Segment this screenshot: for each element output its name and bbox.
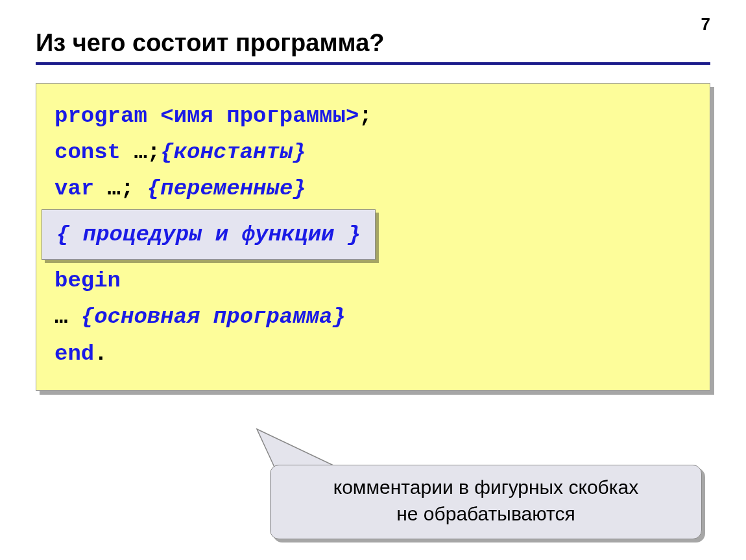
keyword-end: end (54, 342, 94, 366)
comment-main-program: {основная программа} (81, 305, 346, 329)
code-line-3: var …; {переменные} (54, 170, 692, 207)
code-line-5: begin (54, 262, 692, 299)
slide: 7 Из чего состоит программа? program <им… (0, 0, 746, 560)
keyword-var: var (54, 176, 94, 201)
title-underline (36, 62, 710, 65)
comment-procedures-functions: { процедуры и функции } (56, 222, 361, 247)
keyword-program: program (54, 104, 147, 128)
page-number: 7 (701, 14, 710, 34)
code-line-1: program <имя программы>; (54, 98, 692, 134)
text: …; (121, 140, 160, 165)
keyword-begin: begin (54, 268, 121, 293)
code-line-6: … {основная программа} (54, 299, 692, 335)
code-line-4: { процедуры и функции } (54, 207, 692, 262)
comment-variables: {переменные} (147, 176, 306, 201)
semicolon: ; (359, 104, 372, 128)
code-box: program <имя программы>; const …;{конста… (36, 83, 710, 391)
text: …; (94, 176, 147, 201)
note-line-2: не обрабатываются (285, 501, 687, 528)
note-callout: комментарии в фигурных скобках не обраба… (270, 465, 702, 539)
placeholder-program-name: <имя программы> (147, 104, 359, 128)
comment-constants: {константы} (160, 140, 306, 165)
code-line-7: end. (54, 336, 692, 372)
note-line-1: комментарии в фигурных скобках (285, 474, 687, 501)
slide-title: Из чего состоит программа? (36, 29, 710, 57)
keyword-const: const (54, 140, 121, 165)
text: … (54, 305, 81, 329)
code-line-2: const …;{константы} (54, 134, 692, 170)
dot: . (94, 342, 107, 366)
inner-callout: { процедуры и функции } (42, 209, 376, 260)
